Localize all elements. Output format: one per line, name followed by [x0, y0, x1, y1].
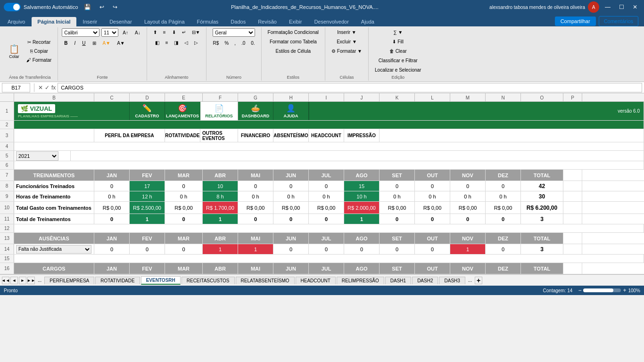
- ht-dez[interactable]: 0 h: [486, 191, 521, 201]
- ft-abr[interactable]: 10: [203, 181, 238, 191]
- aus-jan[interactable]: 0: [94, 244, 130, 254]
- indent-decrease-btn[interactable]: ◁: [182, 39, 190, 47]
- ft-jul[interactable]: 0: [309, 181, 344, 191]
- subnav-outros[interactable]: OUTROS EVENTOS: [200, 129, 238, 142]
- font-size-select[interactable]: 11: [101, 28, 118, 37]
- increase-font-btn[interactable]: A↑: [120, 29, 131, 37]
- ht-nov[interactable]: 0 h: [450, 191, 486, 201]
- undo-btn[interactable]: ↩: [97, 3, 107, 11]
- zoom-in-btn[interactable]: +: [623, 287, 626, 294]
- tt-mai[interactable]: 0: [238, 214, 273, 224]
- ht-fev[interactable]: 12 h: [130, 191, 165, 201]
- aus-out[interactable]: 0: [415, 244, 450, 254]
- tt-set[interactable]: 0: [380, 214, 415, 224]
- zoom-slider[interactable]: [583, 288, 621, 292]
- aus-jul[interactable]: 0: [309, 244, 344, 254]
- tg-nov[interactable]: R$ 0,00: [450, 202, 486, 214]
- col-header-k[interactable]: K: [380, 93, 415, 102]
- currency-btn[interactable]: R$: [210, 39, 221, 47]
- tt-mar[interactable]: 0: [165, 214, 203, 224]
- aus-set[interactable]: 0: [380, 244, 415, 254]
- ht-jun[interactable]: 0 h: [273, 191, 309, 201]
- indent-increase-btn[interactable]: ▷: [192, 39, 200, 47]
- tg-jun[interactable]: R$ 0,00: [273, 202, 309, 214]
- subnav-impressao[interactable]: IMPRESSÃO: [344, 129, 380, 142]
- ht-ago[interactable]: 10 h: [344, 191, 380, 201]
- tt-jan[interactable]: 0: [94, 214, 130, 224]
- ft-ago[interactable]: 15: [344, 181, 380, 191]
- tab-layout[interactable]: Layout da Página: [139, 17, 190, 26]
- tg-abr[interactable]: R$ 1.700,00: [203, 202, 238, 214]
- confirm-formula-btn[interactable]: ✓: [45, 84, 50, 91]
- maximize-btn[interactable]: ☐: [616, 3, 627, 11]
- tt-jun[interactable]: 0: [273, 214, 309, 224]
- tt-fev[interactable]: 1: [130, 214, 165, 224]
- col-header-p[interactable]: P: [563, 93, 582, 102]
- tab-inserir[interactable]: Inserir: [77, 17, 103, 26]
- fill-btn[interactable]: ⬇ Fill: [390, 38, 406, 46]
- col-header-n[interactable]: N: [486, 93, 521, 102]
- ft-fev[interactable]: 17: [130, 181, 165, 191]
- share-button[interactable]: Compartilhar: [555, 16, 596, 26]
- bold-button[interactable]: B: [62, 39, 70, 47]
- tab-desenvolvedor[interactable]: Desenvolvedor: [308, 17, 354, 26]
- ft-dez[interactable]: 0: [486, 181, 521, 191]
- wrap-text-btn[interactable]: ↵: [180, 28, 188, 36]
- tg-jul[interactable]: R$ 0,00: [309, 202, 344, 214]
- redo-btn[interactable]: ↪: [110, 3, 120, 11]
- nav-relatorios[interactable]: 📄 RELATÓRIOS: [200, 102, 238, 120]
- tab-nav-ellipsis-right[interactable]: ...: [468, 278, 472, 283]
- col-header-m[interactable]: M: [450, 93, 486, 102]
- tab-desenhar[interactable]: Desenhar: [104, 17, 138, 26]
- ht-abr[interactable]: 8 h: [203, 191, 238, 201]
- tab-eventosrh[interactable]: EVENTOSRH: [141, 276, 181, 285]
- col-header-e[interactable]: E: [165, 93, 203, 102]
- cell-style-btn[interactable]: Estilos de Célula: [273, 47, 313, 55]
- format-table-btn[interactable]: Formatar como Tabela: [267, 38, 319, 46]
- tab-exibir[interactable]: Exibir: [283, 17, 308, 26]
- ausencias-type-dropdown[interactable]: Falta não Justificada Falta Justificada …: [16, 245, 91, 254]
- paste-button[interactable]: 📋 Colar: [6, 42, 23, 61]
- tt-abr[interactable]: 1: [203, 214, 238, 224]
- ft-nov[interactable]: 0: [450, 181, 486, 191]
- tg-jan[interactable]: R$ 0,00: [94, 202, 130, 214]
- decimal-decrease-btn[interactable]: 0.: [248, 39, 257, 47]
- col-header-l[interactable]: L: [415, 93, 450, 102]
- aus-jun[interactable]: 0: [273, 244, 309, 254]
- nav-ajuda[interactable]: 👤 AJUDA: [273, 102, 309, 120]
- col-header-o[interactable]: O: [521, 93, 563, 102]
- aus-mai[interactable]: 1: [238, 244, 273, 254]
- subnav-absenteismo[interactable]: ABSENTEÍSMO: [273, 129, 309, 142]
- tab-dados[interactable]: Dados: [225, 17, 251, 26]
- merge-btn[interactable]: ⊟▼: [190, 28, 203, 36]
- autosave-toggle[interactable]: [4, 3, 21, 11]
- tab-nav-last[interactable]: ►►: [27, 277, 35, 284]
- tg-ago[interactable]: R$ 2.000,00: [344, 202, 380, 214]
- aus-fev[interactable]: 0: [130, 244, 165, 254]
- col-header-i[interactable]: I: [309, 93, 344, 102]
- ht-mai[interactable]: 0 h: [238, 191, 273, 201]
- decimal-increase-btn[interactable]: .0: [239, 39, 248, 47]
- tt-dez[interactable]: 0: [486, 214, 521, 224]
- tg-out[interactable]: R$ 0,00: [415, 202, 450, 214]
- ft-out[interactable]: 0: [415, 181, 450, 191]
- align-right-btn[interactable]: ◨: [172, 39, 181, 47]
- tg-dez[interactable]: R$ 0,00: [486, 202, 521, 214]
- tg-mai[interactable]: R$ 0,00: [238, 202, 273, 214]
- ht-jul[interactable]: 0 h: [309, 191, 344, 201]
- tab-revisao[interactable]: Revisão: [252, 17, 282, 26]
- tab-receitascustos[interactable]: RECEITASCUSTOS: [182, 277, 235, 284]
- year-dropdown[interactable]: 2021 2020 2022: [16, 151, 58, 161]
- tab-dash1[interactable]: DASH1: [385, 277, 411, 284]
- aus-dez[interactable]: 0: [486, 244, 521, 254]
- italic-button[interactable]: I: [72, 39, 78, 47]
- tab-formulas[interactable]: Fórmulas: [191, 17, 224, 26]
- tab-nav-prev[interactable]: ◄: [10, 277, 18, 284]
- nav-dashboard[interactable]: 🥧 DASHBOARD: [238, 102, 273, 120]
- copy-button[interactable]: ⎘ Copiar: [24, 47, 54, 55]
- ft-mai[interactable]: 0: [238, 181, 273, 191]
- col-header-j[interactable]: J: [344, 93, 380, 102]
- col-header-b[interactable]: B: [14, 93, 94, 102]
- aus-nov[interactable]: 1: [450, 244, 486, 254]
- cell-ref-input[interactable]: [2, 83, 30, 92]
